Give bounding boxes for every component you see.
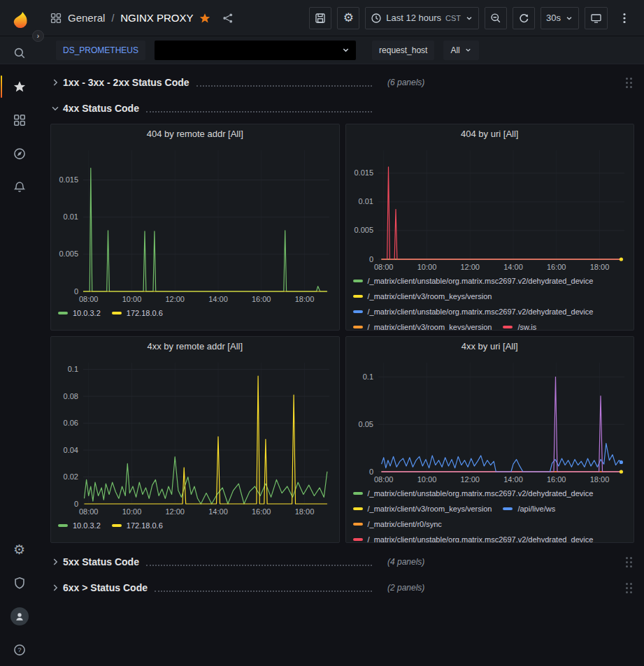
legend-item[interactable]: /_matrix/client/unstable/org.matrix.msc2… <box>353 275 594 287</box>
sidebar-item-dashboards[interactable] <box>6 106 34 134</box>
svg-text:0.01: 0.01 <box>64 212 78 221</box>
zoom-out-time-button[interactable] <box>485 7 507 29</box>
sidebar-item-starred[interactable] <box>6 73 34 101</box>
timeseries-chart[interactable]: 08:0010:0012:0014:0016:0018:0000.0050.01… <box>51 144 339 306</box>
chevron-right-icon <box>50 78 60 87</box>
legend-item[interactable]: 172.18.0.6 <box>112 307 163 319</box>
svg-text:18:00: 18:00 <box>589 263 609 271</box>
row-dotted-leader <box>196 85 372 87</box>
svg-text:0.005: 0.005 <box>354 226 373 234</box>
chevron-down-icon <box>565 14 573 22</box>
chevron-right-icon <box>50 557 60 567</box>
panel-title[interactable]: 4xx by uri [All] <box>346 337 634 356</box>
legend-label: 172.18.0.6 <box>127 307 163 319</box>
row-drag-handle[interactable] <box>623 553 634 570</box>
save-dashboard-button[interactable] <box>309 7 331 29</box>
favorite-star-icon[interactable] <box>199 13 210 24</box>
refresh-interval-dropdown[interactable]: 30s <box>541 7 579 29</box>
row-drag-handle[interactable] <box>623 74 634 91</box>
sidebar-item-alerting[interactable] <box>6 173 34 201</box>
legend-label: /_matrix/client/v3/room_keys/version <box>368 503 492 514</box>
row-1xx-3xx-2xx[interactable]: 1xx - 3xx - 2xx Status Code (6 panels) <box>50 73 634 92</box>
dashboard-variables-bar: DS_PROMETHEUS request_host All <box>0 36 644 64</box>
legend-swatch-icon <box>503 326 513 328</box>
row-5xx[interactable]: 5xx Status Code (4 panels) <box>50 552 634 572</box>
cycle-view-mode-button[interactable] <box>585 7 608 29</box>
svg-text:08:00: 08:00 <box>373 263 393 271</box>
legend-item[interactable]: /_matrix/client/v3/room_keys/version <box>353 291 492 302</box>
datasource-select[interactable] <box>155 41 356 60</box>
gear-icon: ⚙ <box>13 543 25 556</box>
row-drag-handle[interactable] <box>623 579 634 596</box>
sidebar-item-search[interactable] <box>6 39 34 67</box>
breadcrumb: General / NGINX PROXY <box>50 12 234 24</box>
sidebar-nav: ⚙ ? <box>0 0 38 666</box>
sidebar-item-server-admin[interactable] <box>6 574 34 592</box>
sidebar-item-explore[interactable] <box>6 140 34 168</box>
legend-label: /_matrix/client/r0/sync <box>368 519 442 530</box>
legend-swatch-icon <box>353 507 363 510</box>
timeseries-chart[interactable]: 08:0010:0012:0014:0016:0018:0000.050.1 <box>346 356 634 486</box>
legend-swatch-icon <box>353 538 363 541</box>
legend-item[interactable]: /_matrix/client/unstable/org.matrix.msc2… <box>353 488 594 499</box>
legend-item[interactable]: /_matrix/client/v3/room_keys/version <box>353 503 492 514</box>
sidebar-item-configuration[interactable]: ⚙ <box>6 540 34 558</box>
request-host-select[interactable]: All <box>443 41 478 60</box>
dashboard-content: 1xx - 3xx - 2xx Status Code (6 panels) 4… <box>0 64 644 598</box>
svg-text:0.015: 0.015 <box>59 175 78 184</box>
kebab-menu-button[interactable] <box>613 7 636 29</box>
svg-text:0.05: 0.05 <box>358 420 373 428</box>
dashboard-settings-button[interactable]: ⚙ <box>337 7 359 29</box>
refresh-button[interactable] <box>513 7 535 29</box>
panel-title[interactable]: 404 by remote addr [All] <box>51 124 339 144</box>
timeseries-chart[interactable]: 08:0010:0012:0014:0016:0018:0000.020.040… <box>51 356 339 519</box>
legend-label: 172.18.0.6 <box>127 520 163 531</box>
share-icon[interactable] <box>222 13 234 24</box>
request-host-variable-label: request_host <box>372 41 434 60</box>
panel-404-by-remote-addr: 404 by remote addr [All] 08:0010:0012:00… <box>50 124 340 331</box>
legend-swatch-icon <box>112 312 122 314</box>
legend-label: /_matrix/client/unstable/org.matrix.msc2… <box>368 306 594 317</box>
row-panel-count: (6 panels) <box>387 78 424 87</box>
legend-item[interactable]: 10.0.3.2 <box>58 520 101 531</box>
legend-item[interactable]: /_matrix/client/unstable/org.matrix.msc2… <box>353 534 594 542</box>
legend-item[interactable]: /_matrix/client/unstable/org.matrix.msc2… <box>353 306 594 317</box>
sidebar-expand-button[interactable]: › <box>32 30 44 42</box>
row-6xx[interactable]: 6xx > Status Code (2 panels) <box>50 578 634 598</box>
grafana-logo[interactable] <box>6 6 34 34</box>
row-dotted-leader <box>146 565 372 566</box>
kebab-icon <box>623 13 626 24</box>
time-range-picker[interactable]: Last 12 hours CST <box>365 7 479 29</box>
legend-swatch-icon <box>353 280 363 282</box>
legend-item[interactable]: 10.0.3.2 <box>58 307 101 319</box>
row-panel-count: (2 panels) <box>387 583 424 593</box>
breadcrumb-separator: / <box>111 13 114 24</box>
sidebar-item-user-profile[interactable] <box>6 607 34 625</box>
question-circle-icon: ? <box>13 644 26 656</box>
legend-item[interactable]: /_matrix/client/r0/sync <box>353 519 442 530</box>
svg-text:0: 0 <box>74 500 78 508</box>
compass-icon <box>13 147 26 160</box>
topbar-actions: ⚙ Last 12 hours CST <box>309 7 636 29</box>
legend-item[interactable]: /sw.js <box>503 321 536 330</box>
legend-label: /api/live/ws <box>517 503 555 514</box>
row-4xx[interactable]: 4xx Status Code <box>50 99 634 118</box>
legend-item[interactable]: 172.18.0.6 <box>112 520 163 531</box>
panel-title[interactable]: 404 by uri [All] <box>346 124 634 144</box>
legend-item[interactable]: /_matrix/client/v3/room_keys/version <box>353 321 492 330</box>
refresh-icon <box>518 13 529 24</box>
svg-text:18:00: 18:00 <box>295 295 315 303</box>
panel-title[interactable]: 4xx by remote addr [All] <box>51 337 339 356</box>
legend-swatch-icon <box>353 310 363 313</box>
row-dotted-leader <box>146 111 372 113</box>
panel-legend: /_matrix/client/unstable/org.matrix.msc2… <box>346 274 634 330</box>
datasource-variable-label: DS_PROMETHEUS <box>56 41 145 60</box>
timeseries-chart[interactable]: 08:0010:0012:0014:0016:0018:0000.0050.01… <box>346 144 634 274</box>
dashboard-title[interactable]: NGINX PROXY <box>120 12 193 24</box>
breadcrumb-section[interactable]: General <box>68 12 105 24</box>
legend-item[interactable]: /api/live/ws <box>503 503 555 514</box>
sidebar-item-help[interactable]: ? <box>6 641 34 659</box>
svg-text:0.08: 0.08 <box>64 392 78 400</box>
legend-swatch-icon <box>503 507 513 510</box>
row-title-group: 6xx > Status Code <box>50 582 379 593</box>
